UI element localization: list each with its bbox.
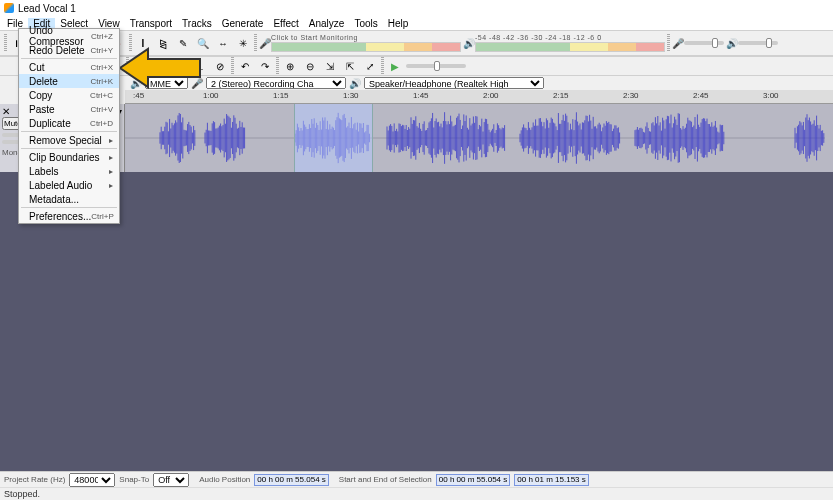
fit-project-button[interactable]: ⇱ xyxy=(341,57,359,75)
menu-item-remove-special[interactable]: Remove Special▸ xyxy=(19,133,119,147)
menu-item-labels[interactable]: Labels▸ xyxy=(19,164,119,178)
multi-tool[interactable]: ✳ xyxy=(234,34,252,52)
menu-item-preferences-[interactable]: Preferences...Ctrl+P xyxy=(19,209,119,223)
playback-device-select[interactable]: Speaker/Headphone (Realtek High xyxy=(364,77,544,89)
app-icon xyxy=(4,3,14,13)
menu-item-clip-boundaries[interactable]: Clip Boundaries▸ xyxy=(19,150,119,164)
ruler-tick: :45 xyxy=(133,91,144,100)
speaker-slider-icon: 🔊 xyxy=(726,38,736,48)
selection-toolbar: Project Rate (Hz) 48000 Snap-To Off Audi… xyxy=(0,472,833,488)
play-meter-ticks: -54 -48 -42 -36 -30 -24 -18 -12 -6 0 xyxy=(475,34,665,41)
ruler-tick: 1:45 xyxy=(413,91,429,100)
ruler-tick: 2:30 xyxy=(623,91,639,100)
menu-item-labeled-audio[interactable]: Labeled Audio▸ xyxy=(19,178,119,192)
play-meter[interactable] xyxy=(475,42,665,52)
zoom-toggle-button[interactable]: ⤢ xyxy=(361,57,379,75)
menu-item-metadata-[interactable]: Metadata... xyxy=(19,192,119,206)
callout-arrow xyxy=(120,45,202,91)
edit-menu-dropdown[interactable]: Undo CompressorCtrl+ZRedo DeleteCtrl+YCu… xyxy=(18,28,120,224)
track-close[interactable]: ✕ xyxy=(2,106,10,117)
mic-icon: 🎤 xyxy=(259,38,269,48)
snap-select[interactable]: Off xyxy=(153,473,189,487)
record-meter[interactable] xyxy=(271,42,461,52)
undo-button[interactable]: ↶ xyxy=(236,57,254,75)
zoom-in-button[interactable]: ⊕ xyxy=(281,57,299,75)
track-background[interactable] xyxy=(0,172,833,480)
menu-analyze[interactable]: Analyze xyxy=(304,18,350,29)
ruler-tick: 1:30 xyxy=(343,91,359,100)
audio-position[interactable]: 00 h 00 m 55.054 s xyxy=(254,474,329,486)
menu-item-copy[interactable]: CopyCtrl+C xyxy=(19,88,119,102)
menu-item-duplicate[interactable]: DuplicateCtrl+D xyxy=(19,116,119,130)
menu-help[interactable]: Help xyxy=(383,18,414,29)
ruler-tick: 2:00 xyxy=(483,91,499,100)
toolbar-grip[interactable] xyxy=(276,57,279,75)
track: ✕Lead▾ MuteSolo Mono, 32-bit xyxy=(0,104,833,172)
play-speed-slider[interactable] xyxy=(406,64,466,68)
menu-item-redo-delete[interactable]: Redo DeleteCtrl+Y xyxy=(19,43,119,57)
toolbar-grip[interactable] xyxy=(4,34,7,52)
sel-start[interactable]: 00 h 00 m 55.054 s xyxy=(436,474,511,486)
rate-label: Project Rate (Hz) xyxy=(4,475,65,484)
selection-region[interactable] xyxy=(294,104,373,172)
mic-slider-icon: 🎤 xyxy=(672,38,682,48)
menubar[interactable]: FileEditSelectViewTransportTracksGenerat… xyxy=(0,16,833,30)
menu-tracks[interactable]: Tracks xyxy=(177,18,217,29)
snap-label: Snap-To xyxy=(119,475,149,484)
menu-item-undo-compressor[interactable]: Undo CompressorCtrl+Z xyxy=(19,29,119,43)
menu-transport[interactable]: Transport xyxy=(125,18,177,29)
ruler-tick: 1:00 xyxy=(203,91,219,100)
toolbar-grip[interactable] xyxy=(231,57,234,75)
redo-button[interactable]: ↷ xyxy=(256,57,274,75)
speaker-icon: 🔊 xyxy=(463,38,473,48)
pos-label: Audio Position xyxy=(199,475,250,484)
play-device-icon: 🔊 xyxy=(349,78,361,89)
record-meter-hint[interactable]: Click to Start Monitoring xyxy=(271,34,461,41)
project-rate-select[interactable]: 48000 xyxy=(69,473,115,487)
menu-item-cut[interactable]: CutCtrl+X xyxy=(19,60,119,74)
ruler-tick: 3:00 xyxy=(763,91,779,100)
waveform[interactable] xyxy=(125,104,833,172)
playback-volume-slider[interactable] xyxy=(738,41,778,45)
menu-view[interactable]: View xyxy=(93,18,125,29)
menu-tools[interactable]: Tools xyxy=(349,18,382,29)
sel-end[interactable]: 00 h 01 m 15.153 s xyxy=(514,474,589,486)
sel-label: Start and End of Selection xyxy=(339,475,432,484)
menu-effect[interactable]: Effect xyxy=(268,18,303,29)
ruler-tick: 2:45 xyxy=(693,91,709,100)
time-ruler[interactable]: :451:001:151:301:452:002:152:302:453:00 xyxy=(125,90,833,104)
menu-item-delete[interactable]: DeleteCtrl+K xyxy=(19,74,119,88)
record-channels-select[interactable]: 2 (Stereo) Recording Cha xyxy=(206,77,346,89)
ruler-tick: 1:15 xyxy=(273,91,289,100)
zoom-out-button[interactable]: ⊖ xyxy=(301,57,319,75)
play-at-speed-button[interactable]: ▶ xyxy=(386,57,404,75)
svg-marker-2 xyxy=(120,49,200,87)
titlebar: Lead Vocal 1 xyxy=(0,0,833,16)
ruler-tick: 2:15 xyxy=(553,91,569,100)
menu-file[interactable]: File xyxy=(2,18,28,29)
toolbar-grip[interactable] xyxy=(381,57,384,75)
menu-generate[interactable]: Generate xyxy=(217,18,269,29)
toolbar-grip[interactable] xyxy=(254,34,257,52)
silence-button[interactable]: ⊘ xyxy=(211,57,229,75)
bottom-panel: Project Rate (Hz) 48000 Snap-To Off Audi… xyxy=(0,471,833,500)
window-title: Lead Vocal 1 xyxy=(18,3,76,14)
toolbar-grip[interactable] xyxy=(667,34,670,52)
status-bar: Stopped. xyxy=(0,488,833,500)
timeshift-tool[interactable]: ↔ xyxy=(214,34,232,52)
menu-item-paste[interactable]: PasteCtrl+V xyxy=(19,102,119,116)
fit-selection-button[interactable]: ⇲ xyxy=(321,57,339,75)
record-volume-slider[interactable] xyxy=(684,41,724,45)
